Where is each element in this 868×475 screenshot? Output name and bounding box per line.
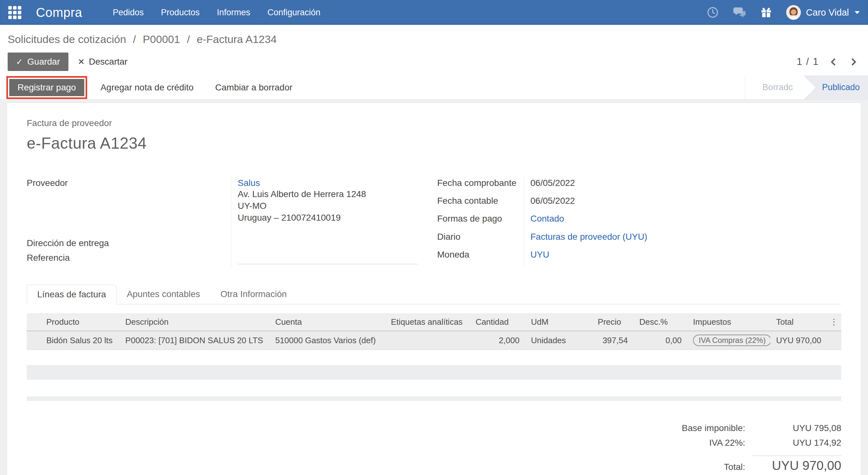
field-value-direccion-entrega[interactable] — [231, 237, 437, 251]
col-cantidad: Cantidad — [470, 313, 525, 331]
breadcrumb-current: e-Factura A1234 — [197, 33, 277, 45]
tab-otra-informacion[interactable]: Otra Información — [210, 285, 297, 304]
breadcrumb-solicitudes[interactable]: Solicitudes de cotización — [8, 33, 126, 45]
menu-item-pedidos[interactable]: Pedidos — [113, 8, 144, 18]
pager-next-icon[interactable] — [848, 58, 856, 66]
col-udm: UdM — [525, 313, 592, 331]
tax-badge[interactable]: IVA Compras (22%) — [693, 335, 770, 346]
totals-separator — [752, 455, 841, 456]
menu-item-productos[interactable]: Productos — [161, 8, 200, 18]
field-value-fecha-contable[interactable]: 06/05/2022 — [524, 195, 841, 212]
chat-icon[interactable] — [733, 6, 746, 19]
referencia-input[interactable] — [238, 253, 418, 264]
field-label-fecha-contable: Fecha contable — [437, 195, 524, 212]
apps-grid-icon[interactable] — [8, 6, 21, 19]
discard-button[interactable]: ✕ Descartar — [78, 57, 128, 67]
col-etiquetas-analiticas: Etiquetas analíticas — [385, 313, 470, 331]
pager-count: 1 / 1 — [797, 56, 819, 67]
add-credit-note-button[interactable]: Agregar nota de crédito — [92, 79, 202, 96]
table-row[interactable]: Bidón Salus 20 lts P00023: [701] BIDON S… — [27, 331, 841, 350]
cell-precio[interactable]: 397,54 — [592, 331, 634, 350]
avatar — [786, 5, 801, 20]
col-impuestos: Impuestos — [687, 313, 770, 331]
cell-cuenta[interactable]: 510000 Gastos Varios (def) — [270, 331, 385, 350]
empty-row-stripe — [27, 365, 841, 380]
annotation-highlight-box: Registrar pago — [6, 76, 87, 99]
cell-cantidad[interactable]: 2,000 — [470, 331, 525, 350]
row-handle-cell[interactable] — [27, 331, 41, 350]
tab-apuntes-contables[interactable]: Apuntes contables — [117, 285, 210, 304]
cell-etiquetas[interactable] — [385, 331, 470, 350]
menu-item-configuracion[interactable]: Configuración — [267, 8, 320, 18]
field-value-fecha-comprobante[interactable]: 06/05/2022 — [524, 177, 841, 195]
field-label-moneda: Moneda — [437, 248, 524, 266]
breadcrumb-separator: / — [187, 33, 190, 45]
total-row-iva: IVA 22%: UYU 174,92 — [709, 438, 841, 452]
col-producto: Producto — [41, 313, 120, 331]
cell-descripcion[interactable]: P00023: [701] BIDON SALUS 20 LTS — [120, 331, 270, 350]
form-view: Factura de proveedor e-Factura A1234 Pro… — [0, 100, 868, 475]
field-label-referencia: Referencia — [27, 251, 231, 266]
state-pipeline: Borrador Publicado — [745, 76, 868, 99]
notebook-tabs: Líneas de factura Apuntes contables Otra… — [27, 285, 841, 304]
reset-to-draft-button[interactable]: Cambiar a borrador — [207, 79, 301, 96]
cell-desc[interactable]: 0,00 — [633, 331, 687, 350]
field-value-formas-de-pago: Contado — [524, 212, 841, 230]
top-navbar: Compra Pedidos Productos Informes Config… — [0, 0, 868, 25]
save-button[interactable]: ✓ Guardar — [8, 53, 68, 71]
partner-link[interactable]: Salus — [238, 178, 260, 188]
empty-row-stripe — [27, 396, 841, 401]
col-descripcion: Descripción — [120, 313, 270, 331]
cell-producto[interactable]: Bidón Salus 20 lts — [41, 331, 120, 350]
document-title[interactable]: e-Factura A1234 — [27, 134, 841, 152]
menu-item-informes[interactable]: Informes — [217, 8, 250, 18]
field-label-fecha-comprobante: Fecha comprobante — [437, 177, 524, 195]
total-row-base-imponible: Base imponible: UYU 795,08 — [682, 423, 841, 438]
partner-address-line: Uruguay – 210072410019 — [238, 212, 437, 224]
invoice-lines-table: Producto Descripción Cuenta Etiquetas an… — [27, 313, 841, 350]
cell-udm[interactable]: Unidades — [525, 331, 592, 350]
pager: 1 / 1 — [797, 56, 860, 67]
form-sheet: Factura de proveedor e-Factura A1234 Pro… — [7, 102, 861, 475]
tab-lineas-de-factura[interactable]: Líneas de factura — [27, 285, 117, 304]
cell-trailing — [827, 331, 841, 350]
journal-link[interactable]: Facturas de proveedor (UYU) — [530, 232, 647, 242]
field-value-referencia — [231, 251, 437, 266]
field-value-diario: Facturas de proveedor (UYU) — [524, 231, 841, 248]
cell-total: UYU 970,00 — [770, 331, 827, 350]
table-header-row: Producto Descripción Cuenta Etiquetas an… — [27, 313, 841, 331]
field-groups: Proveedor Salus Av. Luis Alberto de Herr… — [27, 177, 841, 266]
totals-block: Base imponible: UYU 795,08 IVA 22%: UYU … — [27, 423, 841, 475]
document-type-label: Factura de proveedor — [27, 118, 841, 128]
control-panel: Solicitudes de cotización / P00001 / e-F… — [0, 25, 868, 71]
col-cuenta: Cuenta — [270, 313, 385, 331]
breadcrumb-order[interactable]: P00001 — [143, 33, 180, 45]
control-panel-actions: ✓ Guardar ✕ Descartar 1 / 1 — [8, 53, 860, 71]
payment-terms-link[interactable]: Contado — [530, 214, 564, 224]
breadcrumb-separator: / — [133, 33, 136, 45]
navbar-right: Caro Vidal — [706, 5, 860, 20]
pager-previous-icon[interactable] — [831, 58, 838, 66]
optional-columns-toggle-icon[interactable]: ⋮ — [827, 313, 841, 331]
partner-address-line: UY-MO — [238, 200, 437, 212]
main-menu: Pedidos Productos Informes Configuración — [113, 8, 320, 18]
partner-address-line: Av. Luis Alberto de Herrera 1248 — [238, 188, 437, 200]
register-payment-button[interactable]: Registrar pago — [9, 79, 84, 96]
gift-icon[interactable] — [760, 6, 773, 19]
total-row-total: Total: UYU 970,00 — [724, 458, 841, 473]
currency-link[interactable]: UYU — [530, 249, 549, 260]
field-label-proveedor: Proveedor — [27, 177, 231, 237]
check-icon: ✓ — [16, 57, 23, 67]
cell-impuestos: IVA Compras (22%) — [687, 331, 770, 350]
field-label-diario: Diario — [437, 231, 524, 248]
col-total: Total — [770, 313, 827, 331]
user-name: Caro Vidal — [806, 7, 849, 18]
col-precio: Precio — [592, 313, 634, 331]
app-brand[interactable]: Compra — [36, 5, 82, 20]
col-desc: Desc.% — [633, 313, 687, 331]
app-window: Compra Pedidos Productos Informes Config… — [0, 0, 868, 475]
chevron-down-icon — [855, 11, 860, 14]
field-group-left: Proveedor Salus Av. Luis Alberto de Herr… — [27, 177, 437, 266]
user-menu[interactable]: Caro Vidal — [786, 5, 860, 20]
clock-icon[interactable] — [706, 6, 719, 19]
